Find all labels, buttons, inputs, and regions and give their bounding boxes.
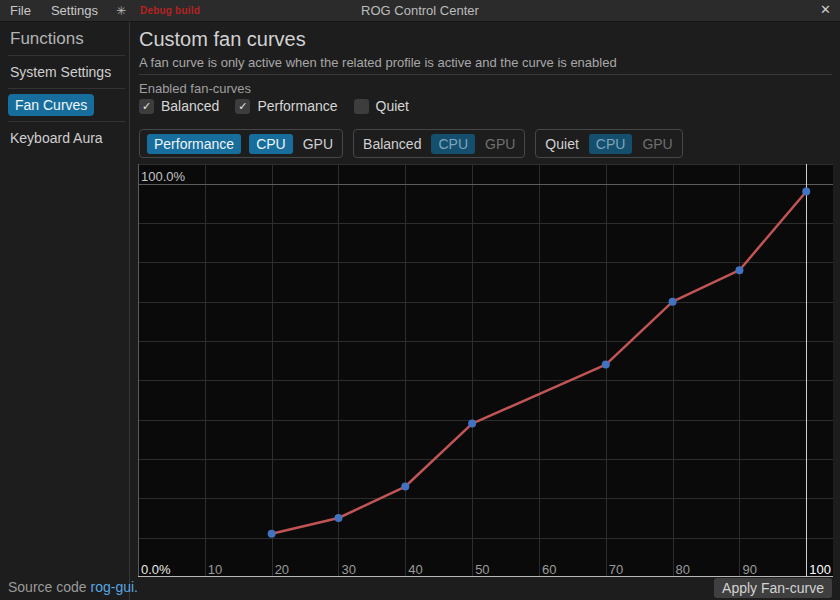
svg-text:10: 10 [208, 562, 222, 577]
tab-quiet[interactable]: Quiet [543, 134, 580, 154]
source-code-text: Source code [8, 579, 91, 595]
svg-text:70: 70 [609, 562, 623, 577]
menu-settings[interactable]: Settings [41, 3, 108, 18]
sidebar: Functions System Settings Fan Curves Key… [0, 22, 130, 600]
titlebar: File Settings ✳ Debug build ROG Control … [0, 0, 840, 22]
tab-quiet-cpu[interactable]: CPU [589, 134, 633, 154]
sidebar-heading: Functions [0, 22, 129, 55]
menu-file[interactable]: File [0, 3, 41, 18]
close-icon[interactable]: ✕ [820, 2, 831, 17]
checkbox-balanced[interactable]: ✓ Balanced [139, 98, 219, 114]
tab-performance-cpu[interactable]: CPU [249, 134, 293, 154]
check-icon: ✓ [238, 100, 247, 113]
tab-balanced[interactable]: Balanced [361, 134, 423, 154]
svg-text:50: 50 [475, 562, 489, 577]
tab-quiet-gpu[interactable]: GPU [640, 134, 674, 154]
svg-text:0.0%: 0.0% [141, 562, 171, 577]
tab-balanced-gpu[interactable]: GPU [483, 134, 517, 154]
svg-text:80: 80 [676, 562, 690, 577]
debug-build-badge: Debug build [134, 5, 200, 16]
sidebar-item-keyboard-aura[interactable]: Keyboard Aura [0, 122, 129, 154]
group-performance: Performance CPU GPU [139, 129, 343, 158]
theme-toggle-icon[interactable]: ✳ [108, 4, 134, 18]
checkbox-balanced-box[interactable]: ✓ [139, 99, 154, 114]
svg-text:90: 90 [742, 562, 756, 577]
tab-performance-gpu[interactable]: GPU [301, 134, 335, 154]
sidebar-item-system-settings[interactable]: System Settings [0, 56, 129, 88]
svg-text:40: 40 [408, 562, 422, 577]
svg-text:100: 100 [809, 562, 831, 577]
rog-control-center-window: File Settings ✳ Debug build ROG Control … [0, 0, 840, 600]
group-quiet: Quiet CPU GPU [535, 129, 682, 158]
check-icon: ✓ [142, 100, 151, 113]
apply-fan-curve-button[interactable]: Apply Fan-curve [714, 578, 832, 598]
tab-balanced-cpu[interactable]: CPU [431, 134, 475, 154]
checkbox-performance[interactable]: ✓ Performance [235, 98, 337, 114]
main-panel: Custom fan curves A fan curve is only ac… [131, 22, 840, 600]
checkbox-quiet-label: Quiet [376, 98, 409, 114]
sidebar-item-fan-curves[interactable]: Fan Curves [0, 89, 129, 121]
group-balanced: Balanced CPU GPU [353, 129, 525, 158]
svg-text:60: 60 [542, 562, 556, 577]
svg-text:100.0%: 100.0% [141, 169, 186, 184]
checkbox-performance-box[interactable]: ✓ [235, 99, 250, 114]
svg-text:20: 20 [275, 562, 289, 577]
page-subtitle: A fan curve is only active when the rela… [131, 51, 840, 70]
checkbox-quiet[interactable]: ✓ Quiet [354, 98, 409, 114]
fan-curve-plot[interactable]: 102030405060708090100100.0%0.0% [138, 164, 833, 577]
curve-selector-row: Performance CPU GPU Balanced CPU GPU Qui… [139, 129, 683, 158]
source-code-note: Source code rog-gui. [8, 579, 138, 595]
svg-text:30: 30 [341, 562, 355, 577]
tab-performance[interactable]: Performance [147, 134, 241, 154]
enabled-checkbox-row: ✓ Balanced ✓ Performance ✓ Quiet [139, 98, 409, 114]
page-title: Custom fan curves [131, 22, 840, 51]
sidebar-item-fan-curves-label: Fan Curves [8, 94, 94, 116]
checkbox-quiet-box[interactable]: ✓ [354, 99, 369, 114]
checkbox-balanced-label: Balanced [161, 98, 219, 114]
checkbox-performance-label: Performance [257, 98, 337, 114]
enabled-fan-curves-label: Enabled fan-curves [139, 81, 251, 96]
divider [139, 74, 832, 75]
